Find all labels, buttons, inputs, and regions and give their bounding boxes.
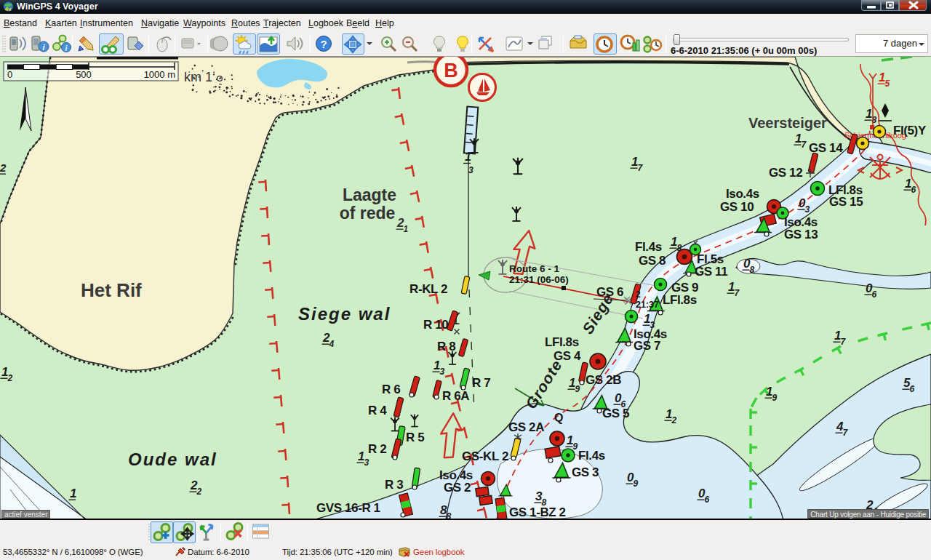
svg-text:4: 4 <box>329 339 335 349</box>
svg-text:B: B <box>444 60 458 81</box>
svg-text:1: 1 <box>404 224 409 234</box>
svg-text:GS 4: GS 4 <box>554 349 581 363</box>
svg-text:9: 9 <box>573 441 578 452</box>
svg-text:GS 7: GS 7 <box>634 339 660 353</box>
svg-text:8: 8 <box>750 265 755 275</box>
svg-text:GS 2: GS 2 <box>444 481 471 495</box>
svg-text:6: 6 <box>911 185 916 195</box>
svg-text:Het Rif: Het Rif <box>81 279 142 301</box>
svg-text:21:37: 21:37 <box>636 300 659 310</box>
svg-text:R 3: R 3 <box>385 478 403 492</box>
svg-text:6: 6 <box>872 289 877 300</box>
svg-text:R 10: R 10 <box>423 318 448 332</box>
svg-text:R 5: R 5 <box>406 431 424 444</box>
svg-text:2: 2 <box>671 415 677 425</box>
svg-text:9: 9 <box>772 393 778 403</box>
svg-text:9: 9 <box>634 479 639 489</box>
svg-text:Laagte: Laagte <box>343 185 396 204</box>
svg-text:2: 2 <box>636 289 641 300</box>
svg-text:3: 3 <box>440 367 445 377</box>
svg-text:1000 m: 1000 m <box>144 69 175 80</box>
svg-text:Fl.4s: Fl.4s <box>635 240 662 254</box>
svg-text:i: i <box>65 44 68 52</box>
svg-text:Siege wal: Siege wal <box>298 304 391 324</box>
svg-text:2: 2 <box>0 161 7 174</box>
svg-text:R-KL 2: R-KL 2 <box>409 282 447 296</box>
svg-text:GS-KL 2: GS-KL 2 <box>462 449 508 463</box>
svg-text:R 7: R 7 <box>472 376 490 390</box>
svg-text:0: 0 <box>7 69 12 80</box>
svg-text:Oude wal: Oude wal <box>128 449 217 469</box>
svg-text:Veersteiger: Veersteiger <box>748 115 827 131</box>
svg-text:3: 3 <box>468 165 474 175</box>
svg-text:1: 1 <box>70 487 76 500</box>
svg-text:5: 5 <box>885 79 890 89</box>
svg-text:GS 12: GS 12 <box>769 166 802 180</box>
svg-text:2: 2 <box>196 487 202 497</box>
svg-text:3: 3 <box>805 204 810 215</box>
svg-text:4v: 4v <box>5 6 12 12</box>
svg-text:21:31 (06-06): 21:31 (06-06) <box>509 274 569 285</box>
svg-text:500: 500 <box>76 69 92 80</box>
svg-text:Route 6 - 1: Route 6 - 1 <box>509 263 560 274</box>
svg-text:GS 6: GS 6 <box>596 285 623 299</box>
svg-text:LFl.8s: LFl.8s <box>545 335 579 349</box>
svg-text:R 8: R 8 <box>437 340 455 353</box>
svg-text:Q: Q <box>554 412 563 424</box>
svg-text:GVS 16-R 1: GVS 16-R 1 <box>316 501 380 515</box>
svg-text:GS 11: GS 11 <box>695 265 727 279</box>
svg-text:GS 2B: GS 2B <box>586 373 621 387</box>
svg-text:R 6: R 6 <box>382 383 400 396</box>
svg-text:GS 3: GS 3 <box>572 465 599 479</box>
svg-text:GS 1-BZ 2: GS 1-BZ 2 <box>509 505 566 519</box>
svg-text:?: ? <box>321 38 327 50</box>
svg-text:GS 15: GS 15 <box>829 195 863 209</box>
svg-text:R 4: R 4 <box>368 404 387 417</box>
svg-text:LFl.8s: LFl.8s <box>663 293 697 307</box>
svg-text:Iso.4s: Iso.4s <box>726 187 759 201</box>
svg-text:km 1: km 1 <box>184 70 212 84</box>
svg-text:GS 2A: GS 2A <box>508 420 544 434</box>
svg-text:R 6A: R 6A <box>442 389 469 403</box>
svg-text:9: 9 <box>575 384 580 394</box>
svg-text:6: 6 <box>705 495 710 505</box>
svg-text:GS 5: GS 5 <box>602 407 629 420</box>
svg-text:2: 2 <box>7 373 13 383</box>
svg-text:Fl.4s: Fl.4s <box>578 449 605 463</box>
svg-text:GS 10: GS 10 <box>720 200 754 214</box>
svg-text:GS 13: GS 13 <box>784 228 818 241</box>
svg-text:of rede: of rede <box>340 204 396 223</box>
svg-text:R 2: R 2 <box>368 442 386 456</box>
svg-text:6: 6 <box>910 384 915 394</box>
svg-text:Fl(5)Y: Fl(5)Y <box>893 124 927 137</box>
svg-text:GS 8: GS 8 <box>639 254 666 268</box>
svg-text:3: 3 <box>364 457 369 468</box>
